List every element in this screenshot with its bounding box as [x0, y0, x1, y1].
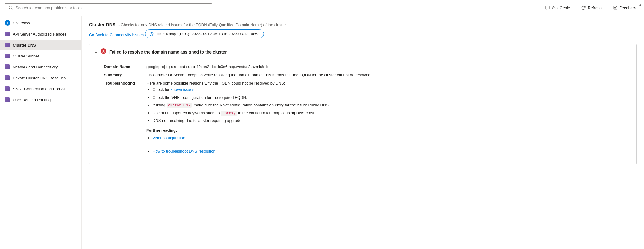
known-issues-link[interactable]: known issues — [171, 87, 194, 92]
ask-genie-label: Ask Genie — [552, 5, 570, 10]
domain-name-row: Domain Name googleproj-rg-aks-test-supp-… — [104, 63, 630, 71]
summary-value: Encountered a SocketException while reso… — [146, 71, 630, 79]
svg-point-3 — [615, 7, 616, 8]
back-link[interactable]: Go Back to Connectivity Issues — [89, 33, 144, 37]
proxy-code: .proxy — [221, 111, 237, 116]
search-input[interactable] — [16, 5, 208, 10]
result-card: ▲ Failed to resolve the domain name assi… — [89, 44, 637, 164]
domain-name-label: Domain Name — [104, 63, 146, 71]
troubleshooting-intro: Here are some possible reasons why the F… — [146, 81, 630, 85]
sidebar-item-private-cluster[interactable]: Private Cluster DNS Resolutio... — [0, 72, 81, 83]
snat-icon — [5, 86, 10, 91]
sidebar-item-overview[interactable]: i Overview — [0, 17, 81, 29]
overview-icon: i — [5, 20, 10, 26]
time-range-button[interactable]: Time Range (UTC): 2023-03-12 05:13 to 20… — [145, 29, 264, 38]
separator: . — [148, 143, 630, 147]
sidebar-item-user-routing[interactable]: User Defined Routing — [0, 94, 81, 105]
result-table: Domain Name googleproj-rg-aks-test-supp-… — [104, 63, 630, 158]
list-item: How to troubleshoot DNS resolution — [153, 148, 630, 154]
sidebar-item-api-server-label: API Server Authorized Ranges — [13, 32, 66, 36]
private-cluster-icon — [5, 75, 10, 80]
sidebar-item-private-cluster-label: Private Cluster DNS Resolutio... — [13, 76, 69, 80]
refresh-button[interactable]: Refresh — [579, 4, 604, 12]
troubleshooting-row: Troubleshooting Here are some possible r… — [104, 79, 630, 158]
sidebar-item-cluster-dns-label: Cluster DNS — [13, 43, 36, 47]
topbar: Ask Genie Refresh Feedback — [0, 0, 644, 16]
further-reading-label: Further reading: — [146, 128, 630, 133]
result-card-header[interactable]: ▲ Failed to resolve the domain name assi… — [89, 44, 636, 60]
sidebar-item-network-connectivity[interactable]: Network and Connectivity — [0, 61, 81, 72]
list-item: If using custom DNS, make sure the VNet … — [153, 102, 630, 108]
page-title: Cluster DNS — [89, 22, 116, 27]
sidebar-item-cluster-subnet[interactable]: Cluster Subnet — [0, 50, 81, 61]
list-item: Check for known issues. — [153, 87, 630, 93]
list-item: Use of unsupported keywords such as .pro… — [153, 110, 630, 116]
list-item: Check the VNET configuration for the req… — [153, 95, 630, 101]
user-routing-icon — [5, 97, 10, 102]
result-body: Domain Name googleproj-rg-aks-test-supp-… — [89, 60, 636, 164]
refresh-icon — [581, 5, 586, 10]
collapse-chevron-icon: ▲ — [94, 50, 98, 54]
sidebar-item-snat-label: SNAT Connection and Port Al... — [13, 87, 68, 91]
ask-genie-icon — [545, 5, 550, 10]
sidebar-item-snat[interactable]: SNAT Connection and Port Al... — [0, 83, 81, 94]
result-card-title: Failed to resolve the domain name assign… — [109, 50, 227, 54]
api-server-icon — [5, 32, 10, 36]
search-icon — [9, 6, 13, 10]
search-box[interactable] — [5, 3, 212, 12]
page-header: Cluster DNS - Checks for any DNS related… — [89, 22, 637, 27]
main-content: Cluster DNS - Checks for any DNS related… — [82, 16, 644, 249]
refresh-label: Refresh — [588, 5, 602, 10]
troubleshooting-list: Check for known issues. Check the VNET c… — [146, 87, 630, 124]
cluster-dns-icon — [5, 43, 10, 47]
svg-rect-0 — [546, 6, 549, 9]
ask-genie-button[interactable]: Ask Genie — [543, 4, 572, 12]
sidebar-item-overview-label: Overview — [13, 21, 30, 25]
sidebar-item-api-server[interactable]: API Server Authorized Ranges — [0, 29, 81, 40]
network-connectivity-icon — [5, 64, 10, 69]
feedback-button[interactable]: Feedback — [610, 4, 639, 12]
troubleshooting-content: Here are some possible reasons why the F… — [146, 79, 630, 158]
feedback-icon — [613, 5, 618, 10]
svg-point-2 — [614, 7, 614, 8]
layout: ▲ i Overview API Server Authorized Range… — [0, 16, 644, 249]
further-reading-list-2: How to troubleshoot DNS resolution — [146, 148, 630, 154]
error-icon — [101, 48, 106, 55]
dns-troubleshoot-link[interactable]: How to troubleshoot DNS resolution — [153, 149, 216, 154]
sidebar: ▲ i Overview API Server Authorized Range… — [0, 16, 82, 249]
list-item: DNS not resolving due to cluster requiri… — [153, 118, 630, 124]
sidebar-item-cluster-dns[interactable]: Cluster DNS — [0, 40, 81, 50]
page-subtitle: - Checks for any DNS related issues for … — [118, 22, 287, 27]
summary-label: Summary — [104, 71, 146, 79]
sidebar-item-network-connectivity-label: Network and Connectivity — [13, 65, 58, 69]
topbar-actions: Ask Genie Refresh Feedback — [543, 4, 639, 12]
vnet-config-link[interactable]: VNet configuration — [153, 136, 185, 140]
list-item: VNet configuration — [153, 135, 630, 141]
feedback-label: Feedback — [619, 5, 637, 10]
cluster-subnet-icon — [5, 54, 10, 58]
svg-point-1 — [613, 6, 617, 10]
summary-row: Summary Encountered a SocketException wh… — [104, 71, 630, 79]
domain-name-value: googleproj-rg-aks-test-supp-40cba2-dccdc… — [146, 63, 630, 71]
sidebar-item-cluster-subnet-label: Cluster Subnet — [13, 54, 39, 58]
sidebar-item-user-routing-label: User Defined Routing — [13, 98, 51, 102]
further-reading-list: VNet configuration — [146, 135, 630, 141]
troubleshooting-label: Troubleshooting — [104, 79, 146, 158]
clock-icon — [150, 32, 154, 36]
time-range-label: Time Range (UTC): 2023-03-12 05:13 to 20… — [156, 32, 260, 36]
custom-dns-code: custom DNS — [167, 103, 192, 108]
